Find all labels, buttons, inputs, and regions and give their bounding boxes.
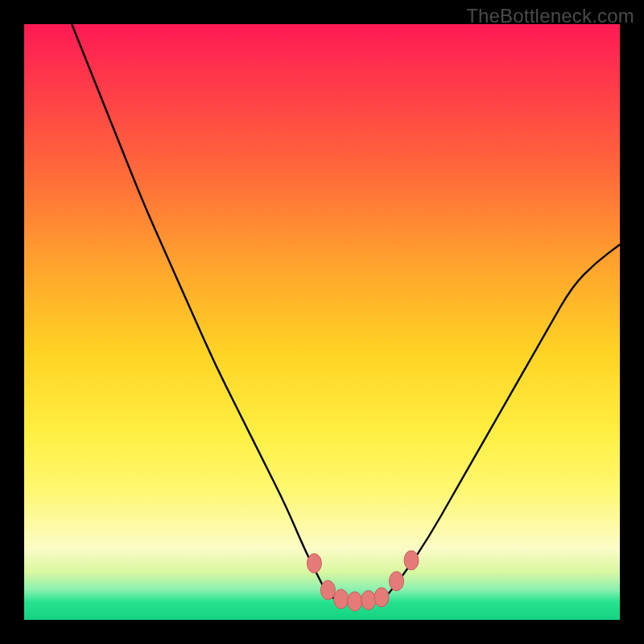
curve-path [72, 24, 620, 601]
valley-marker [374, 588, 389, 607]
valley-marker [390, 572, 404, 591]
valley-marker [361, 591, 376, 610]
valley-marker [334, 589, 349, 609]
watermark-text: TheBottleneck.com [466, 5, 634, 27]
valley-marker [307, 554, 321, 573]
valley-marker [404, 551, 419, 570]
chart-frame: TheBottleneck.com [0, 0, 644, 644]
bottleneck-curve [24, 24, 620, 620]
plot-area [24, 24, 620, 620]
valley-marker [348, 592, 362, 611]
valley-marker [320, 580, 335, 600]
valley-markers-group [307, 551, 419, 611]
